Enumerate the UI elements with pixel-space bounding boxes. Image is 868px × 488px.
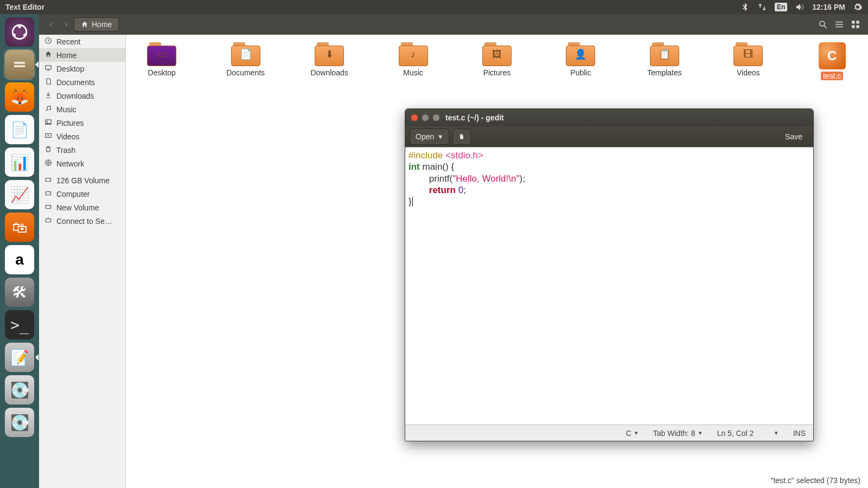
item-label: Documents xyxy=(226,68,265,77)
folder-item[interactable]: ♪Music xyxy=(390,42,436,80)
gedit-titlebar[interactable]: test.c (~/) - gedit xyxy=(405,109,813,126)
status-language[interactable]: C▾ xyxy=(618,429,646,438)
path-home-button[interactable]: Home xyxy=(74,17,119,31)
connect-icon xyxy=(44,216,52,226)
new-document-icon xyxy=(458,132,465,141)
sidebar-item-documents[interactable]: Documents xyxy=(39,75,125,89)
sidebar-item-label: Network xyxy=(56,159,84,168)
sidebar-item-network[interactable]: Network xyxy=(39,157,125,170)
folder-item[interactable]: 🎞Videos xyxy=(725,42,771,80)
app-title: Text Editor xyxy=(5,3,44,11)
libreoffice-impress-icon[interactable]: 📈 xyxy=(5,180,34,209)
sidebar-item-pictures[interactable]: Pictures xyxy=(39,116,125,130)
folder-item[interactable]: ▭Desktop xyxy=(139,42,184,80)
sidebar-item-label: Desktop xyxy=(56,65,84,73)
sidebar-item-home[interactable]: Home xyxy=(39,48,125,62)
drive-launcher-icon-1[interactable]: 💽 xyxy=(5,375,34,404)
bluetooth-icon[interactable] xyxy=(740,2,750,12)
sidebar-item-trash[interactable]: Trash xyxy=(39,143,125,157)
svg-rect-30 xyxy=(46,219,50,222)
folder-item[interactable]: 🖼Pictures xyxy=(474,42,520,80)
svg-point-1 xyxy=(18,25,21,28)
session-gear-icon[interactable] xyxy=(853,2,863,12)
svg-rect-11 xyxy=(852,21,854,23)
editor-area[interactable]: #include <stdio.h> int main() { printf("… xyxy=(405,147,813,425)
sidebar-item-label: Downloads xyxy=(56,92,94,100)
sidebar-item-downloads[interactable]: Downloads xyxy=(39,89,125,102)
gedit-title-text: test.c (~/) - gedit xyxy=(445,113,504,122)
folder-icon: 📄 xyxy=(231,42,260,66)
item-label: Public xyxy=(570,68,591,77)
gedit-window[interactable]: test.c (~/) - gedit Open▼ Save #include … xyxy=(405,108,814,441)
item-label: test.c xyxy=(821,72,843,80)
dash-icon[interactable] xyxy=(5,17,34,47)
status-tab-width[interactable]: Tab Width: 8▾ xyxy=(646,429,710,438)
sidebar-item-label: Trash xyxy=(56,146,75,155)
svg-rect-12 xyxy=(857,21,859,23)
svg-point-21 xyxy=(47,121,48,122)
drive-launcher-icon-2[interactable]: 💽 xyxy=(5,408,34,437)
window-close-button[interactable] xyxy=(411,114,418,121)
terminal-launcher-icon[interactable]: >_ xyxy=(5,310,34,339)
folder-item[interactable]: 📄Documents xyxy=(222,42,268,80)
item-label: Downloads xyxy=(310,68,348,77)
window-maximize-button[interactable] xyxy=(432,114,440,121)
sidebar-item-label: Videos xyxy=(56,132,80,141)
item-label: Templates xyxy=(647,68,682,77)
search-button[interactable] xyxy=(815,17,831,32)
sidebar-device-item[interactable]: Connect to Se… xyxy=(39,214,125,228)
text-editor-launcher-icon[interactable]: 📝 xyxy=(5,343,34,372)
status-cursor-position[interactable]: Ln 5, Col 2▾ xyxy=(710,429,786,438)
amazon-launcher-icon[interactable]: a xyxy=(5,245,34,274)
network-icon[interactable] xyxy=(757,2,767,12)
nav-back-button[interactable]: ‹ xyxy=(43,17,59,32)
libreoffice-writer-icon[interactable]: 📄 xyxy=(5,115,34,144)
folder-icon: ▭ xyxy=(147,42,176,66)
sidebar-item-recent[interactable]: Recent xyxy=(39,35,125,48)
keyboard-language-indicator[interactable]: En xyxy=(775,3,787,11)
net-icon xyxy=(44,159,52,168)
files-toolbar: ‹ › Home xyxy=(39,14,868,35)
path-label: Home xyxy=(92,20,112,29)
system-tray: En 12:16 PM xyxy=(740,2,863,12)
list-view-button[interactable] xyxy=(831,17,847,32)
sidebar-item-desktop[interactable]: Desktop xyxy=(39,62,125,75)
firefox-launcher-icon[interactable]: 🦊 xyxy=(5,82,34,112)
svg-rect-4 xyxy=(14,62,25,64)
clock[interactable]: 12:16 PM xyxy=(812,3,845,11)
open-button[interactable]: Open▼ xyxy=(410,129,449,145)
sidebar-item-videos[interactable]: Videos xyxy=(39,130,125,143)
save-button[interactable]: Save xyxy=(778,129,809,144)
folder-item[interactable]: 👤Public xyxy=(558,42,603,80)
volume-icon[interactable] xyxy=(795,2,805,12)
music-icon xyxy=(44,105,52,114)
status-insert-mode[interactable]: INS xyxy=(786,429,813,438)
ubuntu-software-icon[interactable]: 🛍 xyxy=(5,213,34,242)
video-icon xyxy=(44,132,52,141)
files-launcher-icon[interactable] xyxy=(5,50,34,79)
grid-view-button[interactable] xyxy=(847,17,864,32)
drive-icon xyxy=(44,203,52,212)
sidebar-device-item[interactable]: New Volume xyxy=(39,201,125,214)
libreoffice-calc-icon[interactable]: 📊 xyxy=(5,147,34,177)
sidebar-device-item[interactable]: 126 GB Volume xyxy=(39,174,125,187)
status-text: "test.c" selected (73 bytes) xyxy=(770,476,860,485)
doc-icon xyxy=(44,78,52,87)
new-tab-button[interactable] xyxy=(452,129,471,145)
svg-line-7 xyxy=(824,25,827,28)
system-settings-icon[interactable]: 🛠 xyxy=(5,278,34,307)
sidebar-device-item[interactable]: Computer xyxy=(39,187,125,201)
sidebar-item-label: Music xyxy=(56,105,76,114)
down-icon xyxy=(44,91,52,100)
window-minimize-button[interactable] xyxy=(422,114,429,121)
file-item[interactable]: Ctest.c xyxy=(809,42,855,80)
drive-icon xyxy=(44,189,52,198)
sidebar-item-label: Computer xyxy=(56,190,90,198)
nav-forward-button[interactable]: › xyxy=(59,17,74,32)
files-statusbar: "test.c" selected (73 bytes) xyxy=(126,473,868,488)
sidebar-item-music[interactable]: Music xyxy=(39,102,125,116)
folder-item[interactable]: 📋Templates xyxy=(642,42,687,80)
window-controls xyxy=(411,114,440,121)
svg-rect-5 xyxy=(14,65,25,67)
folder-item[interactable]: ⬇Downloads xyxy=(307,42,352,80)
